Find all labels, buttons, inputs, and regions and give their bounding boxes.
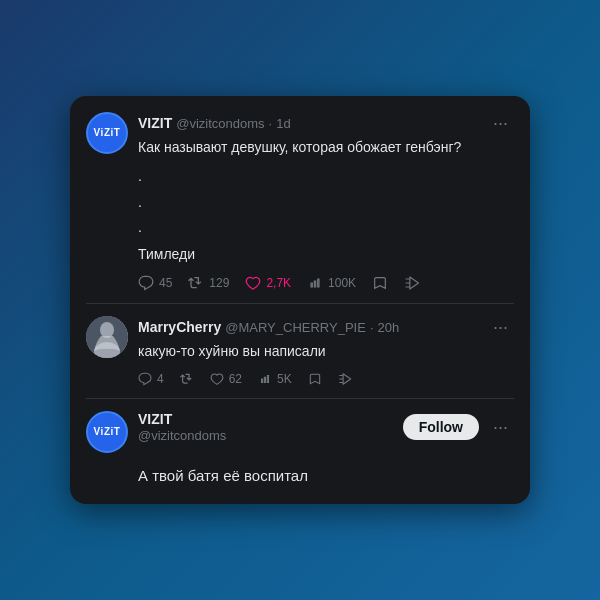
avatar-cherry-image	[86, 316, 128, 358]
tweet-1-more-button[interactable]: ···	[487, 112, 514, 134]
comment-icon	[138, 275, 154, 291]
tweet-3-follow-area: Follow ···	[403, 414, 514, 440]
views-icon-1	[307, 275, 323, 291]
tweet-1-like-count: 2,7K	[266, 276, 291, 290]
tweet-1-line1: Как называют девушку, которая обожает ге…	[138, 137, 514, 158]
tweet-1-comment-count: 45	[159, 276, 172, 290]
tweet-2-header: MarryCherry @MARY_CHERRY_PIE · 20h ···	[138, 316, 514, 338]
tweet-1-comment-action[interactable]: 45	[138, 275, 172, 291]
tweet-2-comment-action[interactable]: 4	[138, 372, 164, 386]
tweet-1-meta: VIZIT @vizitcondoms · 1d	[138, 115, 291, 131]
avatar-cherry[interactable]	[86, 316, 128, 358]
vizit-badge-3: ViZiT	[94, 427, 121, 437]
divider-2	[86, 398, 514, 399]
tweet-1-sep: ·	[269, 116, 273, 131]
tweet-1-bookmark-action[interactable]	[372, 275, 388, 291]
tweet-2-share-action[interactable]	[338, 372, 352, 386]
tweet-3-more-button[interactable]: ···	[487, 416, 514, 438]
heart-icon-2	[210, 372, 224, 386]
follow-button[interactable]: Follow	[403, 414, 479, 440]
tweet-2-content: MarryCherry @MARY_CHERRY_PIE · 20h ··· к…	[138, 316, 514, 386]
tweet-1-dots: ...	[138, 164, 514, 240]
divider-1	[86, 303, 514, 304]
tweet-2-like-count: 62	[229, 372, 242, 386]
tweet-1-handle: @vizitcondoms	[176, 116, 264, 131]
vizit-badge-1: ViZiT	[94, 128, 121, 138]
tweet-3-header: VIZIT @vizitcondoms Follow ···	[138, 411, 514, 443]
tweet-2-username: MarryCherry	[138, 319, 221, 335]
tweet-1-views-count: 100K	[328, 276, 356, 290]
bookmark-icon-1	[372, 275, 388, 291]
bookmark-icon-2	[308, 372, 322, 386]
tweet-2-more-button[interactable]: ···	[487, 316, 514, 338]
tweet-2: MarryCherry @MARY_CHERRY_PIE · 20h ··· к…	[86, 316, 514, 386]
tweet-1-punchline: Тимледи	[138, 244, 514, 265]
tweet-2-handle: @MARY_CHERRY_PIE	[225, 320, 366, 335]
tweet-3-name-handle: VIZIT @vizitcondoms	[138, 411, 226, 443]
tweet-2-actions: 4 62 5K	[138, 372, 514, 386]
tweet-3-content: VIZIT @vizitcondoms Follow ···	[138, 411, 514, 453]
tweet-2-meta: MarryCherry @MARY_CHERRY_PIE · 20h	[138, 319, 399, 335]
tweet-2-sep: ·	[370, 320, 374, 335]
share-icon-2	[338, 372, 352, 386]
tweet-2-retweet-action[interactable]	[180, 372, 194, 386]
svg-point-1	[100, 322, 114, 338]
tweet-1-like-action[interactable]: 2,7K	[245, 275, 291, 291]
tweet-1-content: VIZIT @vizitcondoms · 1d ··· Как называю…	[138, 112, 514, 291]
avatar-vizit-1[interactable]: ViZiT	[86, 112, 128, 154]
avatar-vizit-3[interactable]: ViZiT	[86, 411, 128, 453]
tweet-1-header: VIZIT @vizitcondoms · 1d ···	[138, 112, 514, 134]
tweet-2-like-action[interactable]: 62	[210, 372, 242, 386]
tweet-1-views-action[interactable]: 100K	[307, 275, 356, 291]
tweet-1-share-action[interactable]	[404, 275, 420, 291]
tweet-2-text: какую-то хуйню вы написали	[138, 341, 514, 362]
cherry-avatar-svg	[86, 316, 128, 358]
tweet-1-text: Как называют девушку, которая обожает ге…	[138, 137, 514, 265]
tweet-3-meta: VIZIT @vizitcondoms	[138, 411, 226, 443]
share-icon-1	[404, 275, 420, 291]
heart-icon-1	[245, 275, 261, 291]
tweet-2-comment-count: 4	[157, 372, 164, 386]
retweet-icon-2	[180, 372, 194, 386]
tweet-2-views-count: 5K	[277, 372, 292, 386]
tweet-2-views-action[interactable]: 5K	[258, 372, 292, 386]
tweet-3-reply-text: А твой батя её воспитал	[86, 465, 514, 488]
tweet-1-retweet-action[interactable]: 129	[188, 275, 229, 291]
views-icon-2	[258, 372, 272, 386]
retweet-icon	[188, 275, 204, 291]
comment-icon-2	[138, 372, 152, 386]
tweet-1-retweet-count: 129	[209, 276, 229, 290]
tweet-1-time: 1d	[276, 116, 290, 131]
tweet-card: ViZiT VIZIT @vizitcondoms · 1d ··· Как н…	[70, 96, 530, 503]
tweet-1-username: VIZIT	[138, 115, 172, 131]
tweet-1: ViZiT VIZIT @vizitcondoms · 1d ··· Как н…	[86, 112, 514, 291]
tweet-1-actions: 45 129 2,7K 100K	[138, 275, 514, 291]
tweet-3: ViZiT VIZIT @vizitcondoms Follow ···	[86, 411, 514, 453]
tweet-3-handle: @vizitcondoms	[138, 428, 226, 443]
tweet-2-time: 20h	[378, 320, 400, 335]
tweet-3-username: VIZIT	[138, 411, 226, 427]
tweet-2-bookmark-action[interactable]	[308, 372, 322, 386]
